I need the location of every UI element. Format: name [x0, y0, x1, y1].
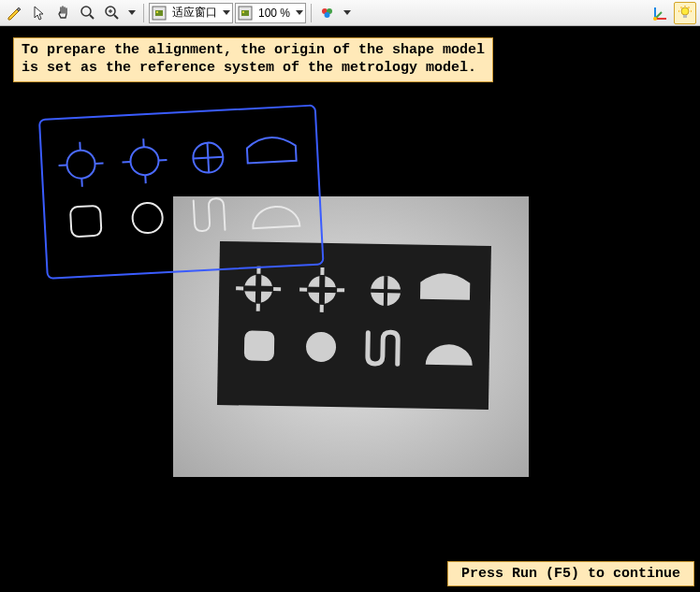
svg-line-24 — [681, 7, 682, 7]
svg-rect-32 — [273, 287, 281, 291]
zoom-percent-label: 100 % — [255, 7, 294, 20]
info-message: To prepare the alignment, the origin of … — [13, 37, 493, 82]
svg-point-53 — [130, 146, 160, 176]
svg-rect-45 — [244, 330, 275, 361]
svg-rect-40 — [320, 267, 324, 275]
svg-rect-39 — [337, 288, 344, 292]
svg-point-19 — [681, 7, 689, 15]
displayed-image — [0, 26, 700, 592]
canvas-area: To prepare the alignment, the origin of … — [0, 26, 700, 592]
svg-rect-7 — [155, 10, 163, 16]
zoom-plus-button[interactable] — [101, 2, 124, 24]
svg-line-3 — [114, 15, 118, 19]
zoom-percent-combo[interactable]: 100 % — [235, 3, 306, 23]
svg-rect-31 — [236, 286, 243, 290]
lightbulb-button[interactable] — [674, 2, 696, 24]
svg-rect-44 — [384, 276, 388, 306]
axes-tool-button[interactable] — [649, 2, 672, 24]
svg-point-8 — [156, 11, 158, 13]
color-tool-button[interactable] — [316, 2, 339, 24]
svg-point-11 — [242, 11, 244, 13]
svg-point-18 — [653, 17, 657, 21]
continue-prompt: Press Run (F5) to continue — [447, 561, 694, 586]
svg-rect-34 — [256, 304, 260, 311]
svg-rect-10 — [241, 10, 249, 16]
svg-rect-20 — [683, 15, 687, 18]
separator — [311, 4, 312, 22]
svg-point-62 — [132, 202, 164, 234]
svg-point-48 — [66, 150, 96, 180]
svg-line-1 — [90, 15, 94, 19]
pointer-tool-button[interactable] — [28, 2, 51, 24]
svg-rect-30 — [255, 268, 262, 310]
svg-line-60 — [208, 143, 210, 173]
draw-tool-button[interactable] — [4, 2, 26, 24]
color-dropdown-arrow[interactable] — [341, 10, 354, 16]
toolbar: 适应窗口 100 % — [0, 0, 700, 26]
pan-tool-button[interactable] — [52, 2, 75, 24]
separator — [143, 4, 144, 22]
fit-window-combo[interactable]: 适应窗口 — [149, 3, 233, 23]
svg-rect-61 — [70, 206, 102, 238]
svg-rect-38 — [299, 287, 307, 291]
svg-rect-41 — [320, 305, 324, 312]
zoom-tool-button[interactable] — [77, 2, 99, 24]
svg-rect-37 — [319, 269, 326, 310]
svg-point-14 — [325, 12, 330, 18]
fit-window-label: 适应窗口 — [168, 5, 221, 21]
zoom-dropdown-arrow[interactable] — [125, 10, 139, 16]
svg-point-0 — [81, 7, 91, 16]
svg-line-25 — [689, 7, 690, 7]
